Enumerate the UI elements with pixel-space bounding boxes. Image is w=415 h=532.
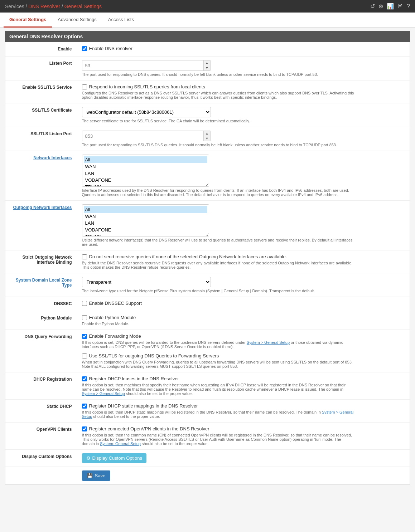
top-bar-icons: ↺ ⊗ 📊 🖹 ?: [370, 3, 410, 10]
breadcrumb-general-settings[interactable]: General Settings: [64, 4, 102, 9]
outgoing-interfaces-link[interactable]: Outgoing Network Interfaces: [13, 205, 72, 210]
openvpn-clients-label[interactable]: Register connected OpenVPN clients in th…: [89, 426, 209, 431]
checkbox-row-openvpn: Register connected OpenVPN clients in th…: [82, 426, 405, 431]
label-enable: Enable: [5, 42, 77, 57]
stop-icon[interactable]: ⊗: [378, 3, 383, 10]
display-custom-options-button[interactable]: ⚙ Display Custom Options: [82, 453, 146, 463]
checkbox-row-static-dhcp: Register DHCP static mappings in the DNS…: [82, 403, 405, 409]
row-ssl-cert: SSL/TLS Certificate webConfigurator defa…: [5, 103, 410, 127]
row-strict-outgoing: Strict Outgoing Network Interface Bindin…: [5, 250, 410, 273]
static-dhcp-help-post: should also be set to the proper value.: [92, 414, 160, 419]
label-system-domain-zone: System Domain Local Zone Type: [5, 273, 77, 297]
ssl-listen-port-input[interactable]: [82, 131, 203, 141]
label-dnssec: DNSSEC: [5, 297, 77, 311]
ssl-listen-port-spinner: ▲ ▼: [82, 131, 211, 141]
outgoing-interfaces-listbox[interactable]: All WAN LAN VODAFONE TRUNK: [82, 204, 209, 236]
label-static-dhcp: Static DHCP: [5, 400, 77, 423]
save-icon: 💾: [87, 473, 93, 478]
dnssec-label[interactable]: Enable DNSSEC Support: [89, 301, 142, 306]
value-dhcp-registration: Register DHCP leases in the DNS Resolver…: [77, 372, 410, 400]
value-ssl-cert: webConfigurator default (58b843c880061) …: [77, 103, 410, 127]
forwarding-help-pre: If this option is set, DNS queries will …: [82, 340, 247, 345]
breadcrumb-sep2: /: [62, 4, 64, 9]
ssl-forwarding-help: When set in conjunction with DNS Query F…: [82, 360, 354, 369]
value-ssl-tls: Respond to incoming SSL/TLS queries from…: [77, 80, 410, 103]
reload-icon[interactable]: ↺: [370, 3, 375, 10]
dnssec-checkbox[interactable]: [82, 301, 87, 306]
listen-port-down[interactable]: ▼: [204, 65, 211, 70]
enable-label[interactable]: Enable DNS resolver: [89, 46, 132, 51]
page-container: General DNS Resolver Options Enable Enab…: [0, 28, 415, 492]
ssl-tls-checkbox[interactable]: [82, 84, 87, 89]
value-ssl-listen-port: ▲ ▼ The port used for responding to SSL/…: [77, 127, 410, 151]
label-ssl-cert: SSL/TLS Certificate: [5, 103, 77, 127]
dhcp-registration-checkbox[interactable]: [82, 376, 87, 381]
label-ssl-listen-port: SSL/TLS Listen Port: [5, 127, 77, 151]
system-domain-zone-select[interactable]: Transparent Static Redirect Typetranspar…: [82, 277, 211, 287]
openvpn-clients-checkbox[interactable]: [82, 426, 87, 431]
label-dns-query-forwarding: DNS Query Forwarding: [5, 330, 77, 372]
breadcrumb-dns-resolver[interactable]: DNS Resolver: [28, 4, 60, 9]
static-dhcp-label[interactable]: Register DHCP static mappings in the DNS…: [89, 403, 198, 409]
tab-access-lists[interactable]: Access Lists: [102, 13, 140, 28]
checkbox-row-python: Enable Python Module: [82, 315, 405, 320]
strict-outgoing-label[interactable]: Do not send recursive queries if none of…: [89, 254, 287, 259]
row-ssl-listen-port: SSL/TLS Listen Port ▲ ▼ The port used fo…: [5, 127, 410, 151]
python-label[interactable]: Enable Python Module: [89, 315, 136, 320]
openvpn-help-post: should also be set to the proper value.: [141, 441, 209, 446]
system-domain-zone-link[interactable]: System Domain Local Zone Type: [16, 278, 72, 288]
ssl-cert-help: The server certificate to use for SSL/TL…: [82, 119, 354, 123]
ni-lan: LAN: [84, 170, 207, 177]
save-button[interactable]: 💾 Save: [82, 470, 111, 481]
forwarding-label[interactable]: Enable Forwarding Mode: [89, 333, 141, 339]
python-checkbox[interactable]: [82, 315, 87, 320]
label-ssl-tls: Enable SSL/TLS Service: [5, 80, 77, 103]
checkbox-row-ssl-fwd: Use SSL/TLS for outgoing DNS Queries to …: [82, 353, 405, 358]
value-dns-query-forwarding: Enable Forwarding Mode If this option is…: [77, 330, 410, 372]
ni-trunk: TRUNK: [84, 184, 207, 187]
save-value-cell: 💾 Save: [77, 467, 410, 485]
help-icon[interactable]: ?: [407, 3, 410, 10]
row-enable: Enable Enable DNS resolver: [5, 42, 410, 57]
network-interfaces-link[interactable]: Network Interfaces: [33, 155, 72, 160]
save-label-cell: [5, 467, 77, 485]
forwarding-help-link[interactable]: System > General Setup: [247, 340, 290, 345]
value-enable: Enable DNS resolver: [77, 42, 410, 57]
row-outgoing-interfaces: Outgoing Network Interfaces All WAN LAN …: [5, 201, 410, 250]
ssl-port-up[interactable]: ▲: [204, 131, 211, 136]
checkbox-row-ssl: Respond to incoming SSL/TLS queries from…: [82, 84, 405, 89]
value-network-interfaces: All WAN LAN VODAFONE TRUNK Interface IP …: [77, 151, 410, 201]
checkbox-row-enable: Enable DNS resolver: [82, 46, 405, 51]
system-domain-zone-help: The local-zone type used for the Netgate…: [82, 289, 354, 293]
openvpn-help-link[interactable]: System: General Setup: [100, 441, 141, 446]
ssl-forwarding-checkbox[interactable]: [82, 353, 87, 358]
oi-vodafone: VODAFONE: [84, 226, 207, 233]
strict-outgoing-checkbox[interactable]: [82, 254, 87, 259]
enable-checkbox[interactable]: [82, 46, 87, 51]
dhcp-help-link[interactable]: System > General Setup: [82, 391, 125, 396]
strict-outgoing-help: By default the DNS Resolver sends recurs…: [82, 261, 354, 269]
chart-icon[interactable]: 📊: [387, 3, 394, 10]
forwarding-checkbox[interactable]: [82, 334, 87, 339]
ni-all: All: [84, 156, 207, 163]
breadcrumb-services: Services: [5, 4, 24, 9]
tab-general-settings[interactable]: General Settings: [4, 13, 52, 28]
static-dhcp-checkbox[interactable]: [82, 404, 87, 409]
ssl-forwarding-label[interactable]: Use SSL/TLS for outgoing DNS Queries to …: [89, 353, 219, 358]
dhcp-registration-label[interactable]: Register DHCP leases in the DNS Resolver: [89, 376, 179, 381]
list-icon[interactable]: 🖹: [397, 3, 403, 10]
listen-port-input[interactable]: [82, 60, 203, 70]
ssl-listen-port-help: The port used for responding to SSL/TLS …: [82, 143, 354, 147]
ssl-tls-label[interactable]: Respond to incoming SSL/TLS queries from…: [89, 84, 205, 89]
label-strict-outgoing: Strict Outgoing Network Interface Bindin…: [5, 250, 77, 273]
ssl-cert-select[interactable]: webConfigurator default (58b843c880061): [82, 107, 211, 117]
network-interfaces-listbox[interactable]: All WAN LAN VODAFONE TRUNK: [82, 155, 209, 187]
oi-lan: LAN: [84, 220, 207, 226]
listen-port-up[interactable]: ▲: [204, 60, 211, 65]
ssl-port-down[interactable]: ▼: [204, 136, 211, 141]
python-help: Enable the Python Module.: [82, 322, 354, 326]
static-dhcp-help: If this option is set, then DHCP static …: [82, 410, 354, 419]
tab-advanced-settings[interactable]: Advanced Settings: [52, 13, 102, 28]
dhcp-help-pre: If this option is set, then machines tha…: [82, 383, 346, 391]
row-dhcp-registration: DHCP Registration Register DHCP leases i…: [5, 372, 410, 400]
